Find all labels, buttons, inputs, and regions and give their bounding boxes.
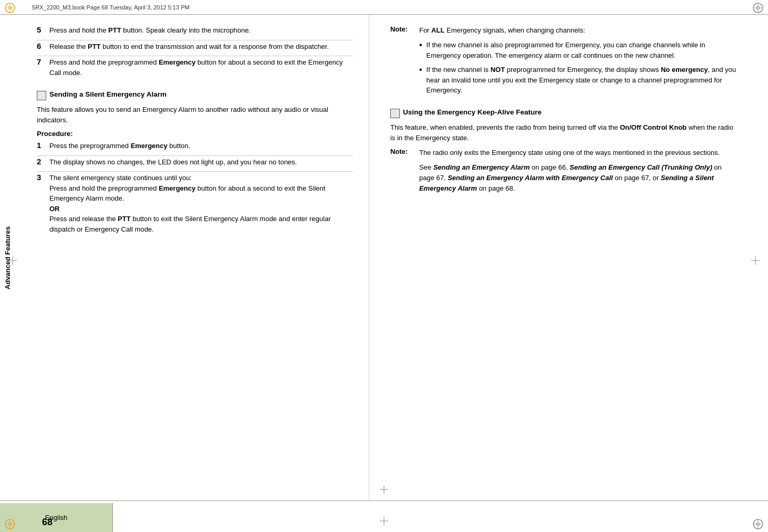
top-bar-text: SRX_2200_M3.book Page 68 Tuesday, April …: [32, 4, 190, 11]
note1-label: Note:: [390, 25, 419, 100]
bottom-bar: English 68: [0, 500, 768, 532]
step-7-num: 7: [37, 57, 47, 78]
note1-intro: For ALL Emergency signals, when changing…: [419, 25, 736, 36]
section1-icon: [37, 91, 46, 100]
note1-bullet-2: • If the new channel is NOT preprogramme…: [419, 65, 736, 96]
section2-heading: Using the Emergency Keep-Alive Feature: [390, 108, 736, 118]
note2-block: Note: The radio only exits the Emergency…: [390, 148, 736, 199]
step-6-content: Release the PTT button to end the transm…: [49, 41, 353, 52]
section1-intro: This feature allows you to send an Emerg…: [37, 105, 353, 126]
section1-title: Sending a Silent Emergency Alarm: [49, 90, 167, 98]
section1-heading: Sending a Silent Emergency Alarm: [37, 90, 353, 100]
proc-step-1: 1 Press the preprogrammed Emergency butt…: [37, 141, 353, 156]
reg-mark-tl: [4, 2, 16, 14]
side-tab: Advanced Features: [0, 15, 15, 500]
note1-block: Note: For ALL Emergency signals, when ch…: [390, 25, 736, 100]
step-5-num: 5: [37, 25, 47, 36]
proc-step-3-content: The silent emergency state continues unt…: [49, 173, 353, 234]
note2-refs: See Sending an Emergency Alarm on page 6…: [419, 162, 736, 194]
proc-step-1-content: Press the preprogrammed Emergency button…: [49, 141, 353, 151]
step-6: 6 Release the PTT button to end the tran…: [37, 41, 353, 57]
main-content: 5 Press and hold the PTT button. Speak c…: [16, 15, 752, 500]
note1-bullet-2-text: If the new channel is NOT preprogrammed …: [427, 65, 736, 96]
reg-mark-bl: [4, 518, 16, 530]
section2-intro: This feature, when enabled, prevents the…: [390, 122, 736, 143]
proc-step-2-content: The display shows no changes, the LED do…: [49, 157, 353, 168]
crosshair-bottom-center: [379, 516, 389, 528]
proc-step-2-num: 2: [37, 157, 47, 168]
note2-text: The radio only exits the Emergency state…: [419, 148, 736, 158]
note1-bullets: • If the new channel is also preprogramm…: [419, 40, 736, 96]
step-7-content: Press and hold the preprogrammed Emergen…: [49, 57, 353, 78]
steps-5-6-7: 5 Press and hold the PTT button. Speak c…: [37, 25, 353, 82]
note1-bullet-1: • If the new channel is also preprogramm…: [419, 40, 736, 60]
english-tab: English: [0, 503, 113, 532]
left-column: 5 Press and hold the PTT button. Speak c…: [16, 15, 369, 500]
proc-step-2: 2 The display shows no changes, the LED …: [37, 157, 353, 172]
step-5: 5 Press and hold the PTT button. Speak c…: [37, 25, 353, 40]
reg-mark-tr: [752, 2, 764, 14]
proc-step-3: 3 The silent emergency state continues u…: [37, 173, 353, 238]
note1-bullet-1-text: If the new channel is also preprogrammed…: [427, 40, 736, 60]
note1-content: For ALL Emergency signals, when changing…: [419, 25, 736, 100]
reg-mark-br: [752, 518, 764, 530]
right-column: Note: For ALL Emergency signals, when ch…: [369, 15, 752, 500]
bullet-dot-1: •: [419, 41, 422, 49]
procedure-label: Procedure:: [37, 130, 353, 138]
bullet-dot-2: •: [419, 66, 422, 74]
note2-label: Note:: [390, 148, 419, 199]
note2-content: The radio only exits the Emergency state…: [419, 148, 736, 199]
section2-title: Using the Emergency Keep-Alive Feature: [403, 108, 542, 116]
step-5-content: Press and hold the PTT button. Speak cle…: [49, 25, 353, 36]
side-tab-label: Advanced Features: [4, 226, 12, 289]
crosshair-main-bottom: [379, 484, 389, 496]
proc-step-1-num: 1: [37, 141, 47, 151]
proc-step-3-num: 3: [37, 173, 47, 234]
step-6-num: 6: [37, 41, 47, 52]
top-bar: SRX_2200_M3.book Page 68 Tuesday, April …: [0, 0, 768, 15]
page-number: 68: [42, 517, 53, 528]
section2-icon: [390, 109, 400, 118]
step-7: 7 Press and hold the preprogrammed Emerg…: [37, 57, 353, 82]
